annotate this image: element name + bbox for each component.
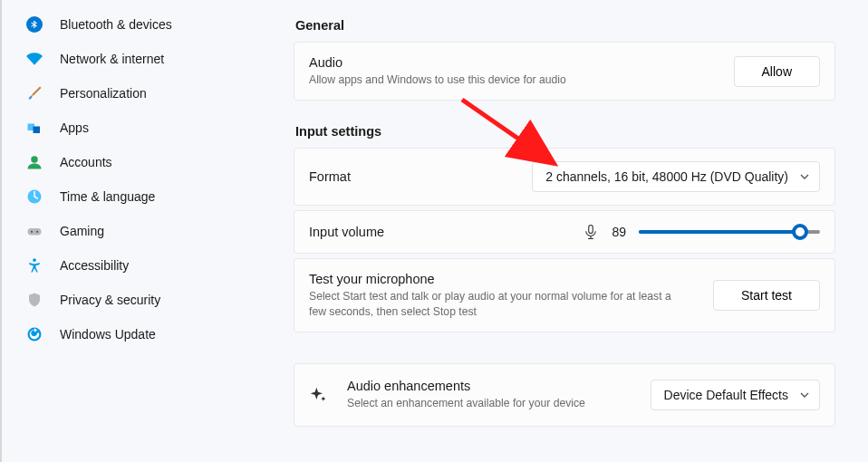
person-icon <box>25 153 43 171</box>
enhancements-card: Audio enhancements Select an enhancement… <box>294 363 835 426</box>
chevron-down-icon <box>799 390 810 400</box>
gamepad-icon <box>25 222 43 240</box>
sidebar-item-label: Gaming <box>60 224 104 238</box>
shield-icon <box>25 291 43 309</box>
enhancements-value: Device Default Effects <box>664 388 788 402</box>
svg-rect-5 <box>28 228 42 236</box>
sidebar-item-network[interactable]: Network & internet <box>13 42 272 76</box>
sidebar-item-apps[interactable]: Apps <box>13 111 272 145</box>
sidebar: Bluetooth & devices Network & internet P… <box>0 0 272 462</box>
sidebar-item-time-language[interactable]: Time & language <box>13 179 272 214</box>
enhancements-dropdown[interactable]: Device Default Effects <box>651 380 820 410</box>
apps-icon <box>25 119 43 137</box>
input-volume-card: Input volume 89 <box>294 210 835 254</box>
mic-test-card: Test your microphone Select Start test a… <box>294 258 835 332</box>
sidebar-item-accessibility[interactable]: Accessibility <box>13 248 272 283</box>
sidebar-item-bluetooth[interactable]: Bluetooth & devices <box>13 7 272 42</box>
sidebar-item-windows-update[interactable]: Windows Update <box>13 317 272 351</box>
sidebar-item-label: Network & internet <box>60 52 164 66</box>
sparkle-icon <box>309 386 327 404</box>
audio-title: Audio <box>309 55 566 70</box>
brush-icon <box>25 84 43 102</box>
sidebar-item-label: Bluetooth & devices <box>60 17 172 32</box>
enhancements-title: Audio enhancements <box>347 379 585 393</box>
sidebar-item-label: Accounts <box>60 155 112 169</box>
mic-test-subtitle: Select Start test and talk or play audio… <box>309 289 690 319</box>
sidebar-item-label: Accessibility <box>60 258 129 273</box>
input-volume-slider[interactable] <box>639 230 820 234</box>
audio-subtitle: Allow apps and Windows to use this devic… <box>309 72 566 87</box>
wifi-icon <box>25 50 43 68</box>
sidebar-item-personalization[interactable]: Personalization <box>13 76 272 111</box>
enhancements-subtitle: Select an enhancement available for your… <box>347 396 585 410</box>
format-label: Format <box>309 169 351 184</box>
sidebar-item-gaming[interactable]: Gaming <box>13 214 272 248</box>
sidebar-item-label: Windows Update <box>60 327 156 342</box>
format-dropdown[interactable]: 2 channels, 16 bit, 48000 Hz (DVD Qualit… <box>532 161 820 192</box>
svg-point-6 <box>31 231 33 233</box>
format-value: 2 channels, 16 bit, 48000 Hz (DVD Qualit… <box>545 169 788 184</box>
sidebar-item-accounts[interactable]: Accounts <box>13 145 272 179</box>
audio-card: Audio Allow apps and Windows to use this… <box>294 42 835 101</box>
format-card: Format 2 channels, 16 bit, 48000 Hz (DVD… <box>294 148 835 206</box>
update-icon <box>25 325 43 343</box>
microphone-icon <box>583 224 599 240</box>
svg-rect-10 <box>589 226 593 234</box>
sidebar-item-label: Time & language <box>60 189 155 204</box>
sidebar-item-label: Apps <box>60 120 89 135</box>
clock-globe-icon <box>25 188 43 206</box>
accessibility-icon <box>25 256 43 274</box>
sidebar-item-privacy[interactable]: Privacy & security <box>13 283 272 317</box>
input-volume-label: Input volume <box>309 225 384 239</box>
input-volume-value: 89 <box>612 225 626 239</box>
input-settings-header: Input settings <box>295 124 834 139</box>
svg-point-7 <box>36 231 38 233</box>
main-content: General Audio Allow apps and Windows to … <box>272 0 868 462</box>
chevron-down-icon <box>799 171 810 182</box>
start-test-button[interactable]: Start test <box>713 280 820 311</box>
svg-rect-2 <box>34 127 41 134</box>
sidebar-item-label: Personalization <box>60 86 147 101</box>
bluetooth-icon <box>25 15 43 34</box>
sidebar-item-label: Privacy & security <box>60 293 160 307</box>
allow-button[interactable]: Allow <box>734 56 820 87</box>
svg-point-3 <box>31 156 38 163</box>
general-section-header: General <box>295 18 834 33</box>
mic-test-title: Test your microphone <box>309 272 690 286</box>
svg-point-8 <box>33 258 36 262</box>
